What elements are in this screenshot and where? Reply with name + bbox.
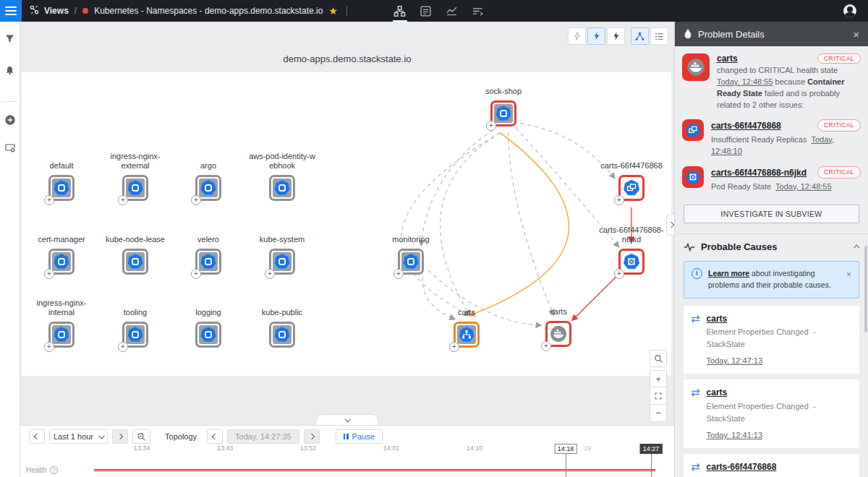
cause-title[interactable]: carts (707, 312, 852, 326)
pod-icon (682, 166, 704, 188)
timestamp-link[interactable]: Today, 12:48:55 (775, 182, 831, 191)
zoom-out-button[interactable]: − (650, 405, 667, 422)
hamburger-menu-button[interactable] (0, 0, 22, 22)
add-icon[interactable] (1, 109, 19, 131)
expand-plus-badge[interactable]: + (44, 269, 54, 279)
time-prev-button[interactable] (207, 429, 223, 444)
timeline-plot[interactable]: Health? Events 13:3413:4313:5214:0114:10… (20, 444, 674, 477)
timestamp-link[interactable]: Today, 12:48:55 (717, 77, 773, 86)
close-panel-icon[interactable]: × (853, 28, 859, 40)
expand-plus-badge[interactable]: + (449, 342, 459, 352)
expand-plus-badge[interactable]: + (614, 195, 624, 205)
topology-canvas[interactable]: demo-apps.demo.stackstate.io (20, 22, 674, 425)
health-timeline-critical-line (94, 469, 655, 470)
expand-plus-badge[interactable]: + (191, 195, 201, 205)
timeline-collapse-tab[interactable] (317, 415, 378, 425)
metrics-view-icon[interactable] (443, 0, 461, 22)
timeline-zoom-out-button[interactable] (132, 429, 150, 444)
node-label: aws-pod-identity-w ebhook (237, 152, 327, 172)
components-view-icon[interactable] (417, 0, 435, 22)
cause-title[interactable]: carts-66f4476868 (707, 460, 852, 474)
selected-time-marker[interactable]: 14:18 (555, 444, 577, 454)
topology-node-carts-pod[interactable]: carts-66f4476868- n6jkd+ (618, 249, 644, 275)
current-time-marker[interactable]: 14:27 (640, 444, 663, 454)
expand-plus-badge[interactable]: + (44, 195, 54, 205)
views-menu[interactable]: Views (44, 6, 69, 16)
topology-view-icon[interactable] (391, 0, 409, 22)
investigate-in-subview-button[interactable]: INVESTIGATE IN SUBVIEW (684, 205, 859, 223)
canvas-search-button[interactable] (650, 350, 667, 367)
list-layout-icon[interactable] (650, 27, 668, 45)
user-avatar[interactable] (843, 4, 856, 17)
graph-layout-icon[interactable] (631, 27, 649, 45)
topology-node-aws-pod-identity-webhook[interactable]: aws-pod-identity-w ebhook (269, 175, 295, 201)
time-tick-label: 13:43 (217, 444, 234, 452)
notifications-bell-icon[interactable] (1, 59, 19, 81)
topology-node-kube-node-lease[interactable]: kube-node-lease (122, 249, 148, 275)
filter-no-problems-bolt-icon[interactable] (568, 27, 586, 45)
zoom-in-button[interactable]: + (650, 370, 667, 387)
topology-node-carts-docker[interactable]: carts+ (545, 321, 571, 347)
root-problem-row[interactable]: carts CRITICAL changed to CRITICAL healt… (675, 46, 868, 114)
topology-node-sock-shop[interactable]: sock-shop+ (490, 100, 516, 126)
probable-cause-card[interactable]: ⇄ carts Element Properties Changed - Sta… (684, 379, 859, 448)
topology-node-carts-deploy[interactable]: carts+ (454, 322, 480, 348)
topology-node-logging[interactable]: logging (195, 322, 221, 348)
expand-plus-badge[interactable]: + (541, 341, 551, 351)
favorite-star-icon[interactable]: ★ (328, 5, 338, 17)
traces-view-icon[interactable] (469, 0, 488, 22)
stackstate-logo-icon (29, 4, 40, 17)
issue-title[interactable]: carts-66f4476868-n6jkd (711, 166, 807, 179)
topology-node-argo[interactable]: argo+ (195, 175, 221, 201)
expand-plus-badge[interactable]: + (393, 269, 404, 279)
probable-causes-header[interactable]: Probable Causes (675, 233, 868, 259)
health-row-label: Health? (26, 466, 58, 474)
root-problem-title[interactable]: carts (717, 53, 738, 64)
filter-critical-bolt-icon[interactable] (607, 27, 625, 45)
view-settings-icon[interactable] (1, 137, 19, 158)
expand-plus-badge[interactable]: + (44, 342, 54, 352)
time-range-dropdown[interactable]: Last 1 hour (49, 429, 108, 444)
topology-node-velero[interactable]: velero+ (195, 249, 221, 275)
probable-cause-card[interactable]: ⇄ carts-66f4476868 Element Properties Ch… (684, 454, 859, 477)
view-title[interactable]: Kubernetes - Namespaces - demo-apps.demo… (94, 6, 323, 16)
timeline-controls: Last 1 hour Topology Today, 14:27:35 Pau… (20, 426, 674, 444)
topology-node-monitoring[interactable]: monitoring+ (398, 249, 424, 275)
range-prev-button[interactable] (29, 429, 45, 444)
pause-button[interactable]: Pause (336, 429, 383, 444)
topology-node-ingress-nginx-external[interactable]: ingress-nginx- external+ (122, 175, 148, 201)
probable-cause-card[interactable]: ⇄ carts Element Properties Changed - Sta… (684, 306, 859, 374)
related-issue-row[interactable]: carts-66f4476868 CRITICAL Insufficient R… (675, 114, 868, 161)
topology-node-carts-rs[interactable]: carts-66f4476868+ (618, 175, 644, 201)
node-label: carts-66f4476868 (587, 161, 676, 171)
timestamp-link[interactable]: Today, 12:47:13 (707, 355, 762, 367)
learn-more-link[interactable]: Learn more (708, 269, 749, 278)
topology-node-kube-system[interactable]: kube-system+ (269, 249, 295, 275)
info-close-icon[interactable]: × (846, 268, 851, 291)
fit-to-screen-button[interactable] (650, 387, 667, 405)
time-next-button[interactable] (304, 429, 320, 444)
filter-icon[interactable] (1, 27, 19, 49)
topology-node-cert-manager[interactable]: cert-manager+ (48, 249, 75, 275)
expand-plus-badge[interactable]: + (118, 342, 128, 352)
critical-badge: CRITICAL (817, 166, 861, 179)
expand-plus-badge[interactable]: + (614, 269, 624, 279)
related-issue-row[interactable]: carts-66f4476868-n6jkd CRITICAL Pod Read… (675, 161, 868, 197)
topology-node-ingress-nginx-internal[interactable]: ingress-nginx- internal+ (48, 322, 75, 348)
timestamp-link[interactable]: Today, 12:41:13 (707, 429, 762, 442)
issue-title[interactable]: carts-66f4476868 (711, 119, 781, 132)
filter-deviating-bolt-icon[interactable] (587, 27, 605, 45)
node-label: carts (514, 307, 603, 317)
expand-plus-badge[interactable]: + (486, 121, 496, 131)
help-icon[interactable]: ? (50, 466, 58, 474)
expand-plus-badge[interactable]: + (265, 269, 275, 279)
topology-node-kube-public[interactable]: kube-public (269, 322, 295, 348)
expand-plus-badge[interactable]: + (191, 269, 201, 279)
collapse-chevron-icon (854, 244, 859, 250)
range-next-button[interactable] (112, 429, 128, 444)
expand-plus-badge[interactable]: + (118, 195, 128, 205)
cause-title[interactable]: carts (707, 386, 852, 400)
topology-node-tooling[interactable]: tooling+ (122, 322, 148, 348)
topology-node-default[interactable]: default+ (48, 175, 75, 201)
panel-scrollbar[interactable] (864, 246, 867, 332)
